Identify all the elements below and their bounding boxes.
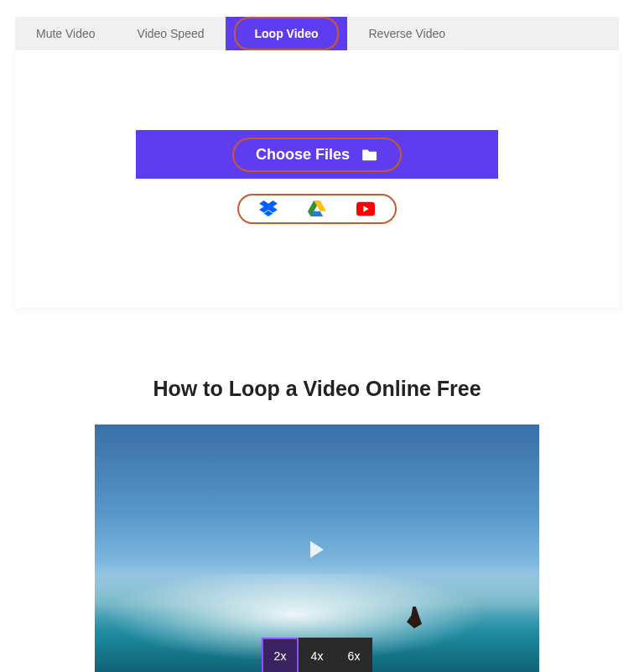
play-icon[interactable] [310,541,324,558]
tab-video-speed[interactable]: Video Speed [117,17,226,50]
loop-multiplier-bar: 2x 4x 6x [262,638,372,672]
upload-card: Choose Files [15,50,619,308]
loop-option-6x[interactable]: 6x [335,638,372,672]
video-preview[interactable]: 2x 4x 6x [95,425,539,672]
youtube-icon[interactable] [356,201,375,217]
choose-files-label: Choose Files [256,146,350,164]
loop-option-4x[interactable]: 4x [299,638,335,672]
google-drive-icon[interactable] [308,201,326,217]
choose-files-inner: Choose Files [232,138,402,172]
cloud-sources-row [237,194,397,224]
dropbox-icon[interactable] [259,201,278,217]
tab-loop-video[interactable]: Loop Video [234,17,340,50]
tab-loop-video-wrap: Loop Video [226,17,348,50]
folder-icon [361,148,378,161]
tool-tabs: Mute Video Video Speed Loop Video Revers… [15,17,619,50]
loop-option-2x[interactable]: 2x [262,638,299,672]
tab-mute-video[interactable]: Mute Video [15,17,117,50]
tab-reverse-video[interactable]: Reverse Video [347,17,466,50]
page-heading: How to Loop a Video Online Free [0,377,634,401]
choose-files-button[interactable]: Choose Files [136,130,498,179]
